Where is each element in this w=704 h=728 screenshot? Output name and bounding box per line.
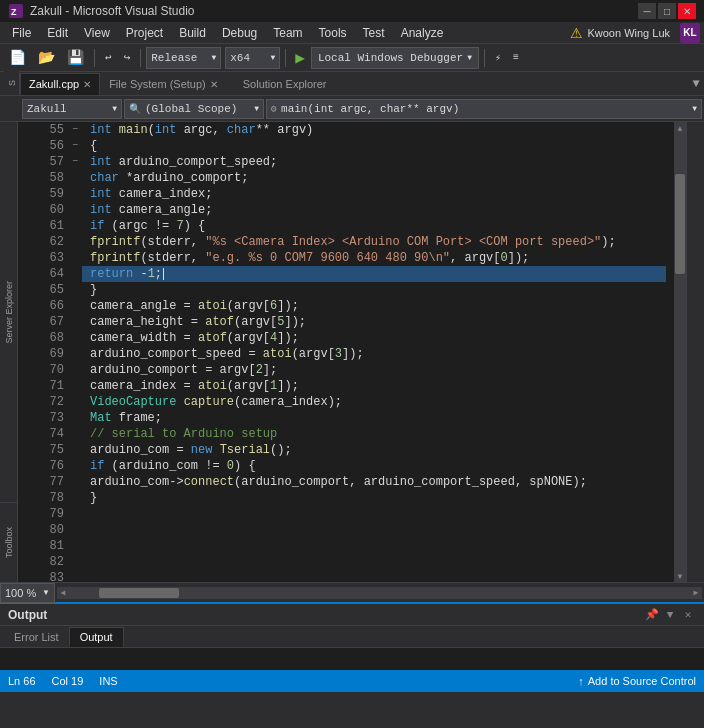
- configuration-label: Release: [151, 52, 197, 64]
- tabs-row: S Zakull.cpp ✕ File System (Setup) ✕ Sol…: [0, 72, 704, 96]
- menu-project[interactable]: Project: [118, 24, 171, 42]
- code-line-64: fprintf(stderr, "%s <Camera Index> <Ardu…: [90, 234, 666, 250]
- menu-test[interactable]: Test: [355, 24, 393, 42]
- code-line-58: char *arduino_comport;: [90, 170, 666, 186]
- configuration-dropdown[interactable]: Release ▼: [146, 47, 221, 69]
- platform-label: x64: [230, 52, 250, 64]
- warning-icon: ⚠: [570, 25, 583, 41]
- toolbar-more-button[interactable]: ≡: [508, 47, 524, 69]
- debugger-arrow-icon: ▼: [467, 53, 472, 62]
- menu-file[interactable]: File: [4, 24, 39, 42]
- tab-output[interactable]: Output: [69, 627, 124, 647]
- status-bar: Ln 66 Col 19 INS ↑ Add to Source Control: [0, 670, 704, 692]
- project-label: Zakull: [27, 103, 67, 115]
- output-close-button[interactable]: ✕: [680, 607, 696, 623]
- tab-fs-close-icon[interactable]: ✕: [210, 79, 218, 90]
- fold-63[interactable]: −: [68, 138, 82, 154]
- code-line-60: int camera_angle;: [90, 202, 666, 218]
- toolbar-sep-3: [285, 49, 286, 67]
- restore-button[interactable]: □: [658, 3, 676, 19]
- output-dropdown-button[interactable]: ▼: [662, 607, 678, 623]
- start-debugging-button[interactable]: ▶: [291, 48, 309, 68]
- debugger-dropdown[interactable]: Local Windows Debugger ▼: [311, 47, 479, 69]
- menu-analyze[interactable]: Analyze: [393, 24, 452, 42]
- code-line-66: return -1;: [82, 266, 666, 282]
- toolbar-sep-1: [94, 49, 95, 67]
- solution-explorer-label: Solution Explorer: [243, 78, 327, 90]
- tab-zakull-cpp[interactable]: Zakull.cpp ✕: [20, 73, 100, 95]
- menu-debug[interactable]: Debug: [214, 24, 265, 42]
- tab-close-icon[interactable]: ✕: [83, 79, 91, 90]
- redo-button[interactable]: ↪: [119, 47, 136, 69]
- code-line-74: camera_index = atoi(argv[1]);: [90, 378, 666, 394]
- output-panel-header: Output 📌 ▼ ✕: [0, 604, 704, 626]
- function-dropdown[interactable]: ⚙ main(int argc, char** argv) ▼: [266, 99, 702, 119]
- svg-text:Z: Z: [11, 7, 17, 17]
- scroll-thumb[interactable]: [675, 174, 685, 274]
- code-editor[interactable]: int main(int argc, char** argv) { int ar…: [82, 122, 674, 582]
- code-line-77: Mat frame;: [90, 410, 666, 426]
- zoom-arrow-icon: ▼: [42, 588, 50, 597]
- code-line-56: {: [90, 138, 666, 154]
- code-line-69: camera_angle = atoi(argv[6]);: [90, 298, 666, 314]
- code-line-73: arduino_comport = argv[2];: [90, 362, 666, 378]
- output-panel-title: Output: [8, 608, 47, 622]
- server-explorer-panel[interactable]: Server Explorer: [0, 122, 17, 502]
- code-line-65: fprintf(stderr, "e.g. %s 0 COM7 9600 640…: [90, 250, 666, 266]
- platform-dropdown[interactable]: x64 ▼: [225, 47, 280, 69]
- minimize-button[interactable]: ─: [638, 3, 656, 19]
- save-button[interactable]: 💾: [62, 47, 89, 69]
- menu-edit[interactable]: Edit: [39, 24, 76, 42]
- code-line-76: VideoCapture capture(camera_index);: [90, 394, 666, 410]
- code-line-55: int main(int argc, char** argv): [90, 122, 666, 138]
- title-bar: Z Zakull - Microsoft Visual Studio ─ □ ✕: [0, 0, 704, 22]
- new-button[interactable]: 📄: [4, 47, 31, 69]
- menu-build[interactable]: Build: [171, 24, 214, 42]
- close-button[interactable]: ✕: [678, 3, 696, 19]
- code-line-71: camera_width = atof(argv[4]);: [90, 330, 666, 346]
- output-pin-button[interactable]: 📌: [644, 607, 660, 623]
- scope-dropdown[interactable]: 🔍 (Global Scope) ▼: [124, 99, 264, 119]
- line-numbers: 555657585960 616263646566 676869707172 7…: [30, 122, 68, 582]
- output-tabs: Error List Output: [0, 626, 704, 648]
- horizontal-scrollbar[interactable]: ◀ ▶: [57, 587, 702, 599]
- output-content: [0, 648, 704, 672]
- hscroll-right-arrow[interactable]: ▶: [690, 587, 702, 599]
- source-control-button[interactable]: ↑ Add to Source Control: [578, 675, 696, 687]
- project-dropdown[interactable]: Zakull ▼: [22, 99, 122, 119]
- hscroll-zoom-bar: 100 % ▼ ◀ ▶: [0, 582, 704, 602]
- status-line: Ln 66: [8, 675, 36, 687]
- menu-view[interactable]: View: [76, 24, 118, 42]
- perf-diag-button[interactable]: ⚡: [490, 47, 506, 69]
- fold-55[interactable]: −: [68, 122, 82, 138]
- zoom-control[interactable]: 100 % ▼: [0, 583, 55, 603]
- scroll-down-arrow[interactable]: ▼: [674, 570, 686, 582]
- gutter: [18, 122, 30, 582]
- fold-81[interactable]: −: [68, 154, 82, 170]
- server-explorer-tab[interactable]: S: [4, 71, 20, 95]
- toolbar: 📄 📂 💾 ↩ ↪ Release ▼ x64 ▼ ▶ Local Window…: [0, 44, 704, 72]
- right-side-panels: [686, 122, 704, 582]
- menu-team[interactable]: Team: [265, 24, 310, 42]
- vertical-scrollbar[interactable]: ▲ ▼: [674, 122, 686, 582]
- code-line-80: arduino_com = new Tserial();: [90, 442, 666, 458]
- status-col: Col 19: [52, 675, 84, 687]
- func-arrow-icon: ▼: [692, 104, 697, 113]
- tab-filesystem-label: File System (Setup): [109, 78, 206, 90]
- open-button[interactable]: 📂: [33, 47, 60, 69]
- user-avatar: KL: [680, 23, 700, 43]
- tab-zakull-label: Zakull.cpp: [29, 78, 79, 90]
- properties-panel-toggle[interactable]: ▼: [688, 73, 704, 95]
- menu-tools[interactable]: Tools: [311, 24, 355, 42]
- hscroll-thumb[interactable]: [99, 588, 179, 598]
- tab-error-list[interactable]: Error List: [4, 627, 69, 647]
- code-line-59: int camera_index;: [90, 186, 666, 202]
- undo-button[interactable]: ↩: [100, 47, 117, 69]
- error-list-tab-label: Error List: [14, 631, 59, 643]
- solution-explorer-tab[interactable]: Solution Explorer: [235, 73, 335, 95]
- scope-arrow-icon: ▼: [254, 104, 259, 113]
- scroll-up-arrow[interactable]: ▲: [674, 122, 686, 134]
- hscroll-left-arrow[interactable]: ◀: [57, 587, 69, 599]
- tab-filesystem[interactable]: File System (Setup) ✕: [100, 73, 227, 95]
- toolbox-panel[interactable]: Toolbox: [0, 502, 17, 582]
